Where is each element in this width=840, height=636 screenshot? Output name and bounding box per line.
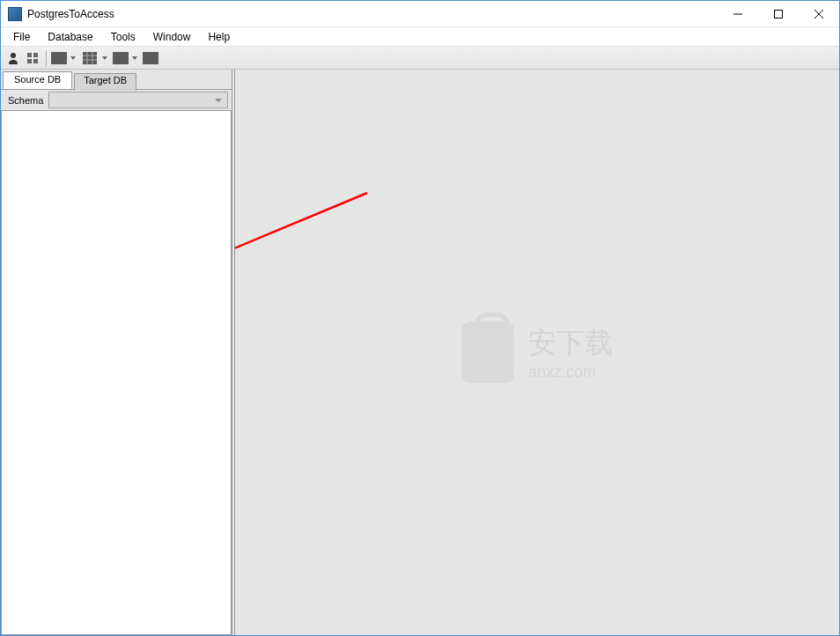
toolbar-btn-4[interactable] (81, 49, 99, 67)
svg-rect-5 (27, 53, 32, 57)
maximize-button[interactable] (758, 1, 799, 26)
toolbar-btn-2[interactable] (24, 49, 41, 67)
toolbar (1, 47, 839, 70)
panel-tabs: Source DB Target DB (1, 70, 232, 89)
main-area: 安下载 anxz.com (235, 70, 839, 635)
watermark-text: 安下载 (528, 324, 613, 363)
toolbar-separator (46, 50, 47, 66)
grid-icon (26, 51, 40, 65)
tab-source-db[interactable]: Source DB (3, 71, 72, 89)
toolbar-btn-5[interactable] (113, 52, 129, 64)
maximize-icon (774, 10, 783, 18)
left-panel: Source DB Target DB Schema (1, 70, 232, 635)
toolbar-btn-6[interactable] (143, 52, 158, 64)
menu-file[interactable]: File (4, 29, 39, 45)
minimize-button[interactable] (718, 1, 758, 26)
svg-rect-6 (33, 53, 38, 57)
menubar: File Database Tools Window Help (1, 27, 839, 47)
chevron-down-icon[interactable] (102, 56, 107, 60)
svg-point-4 (11, 53, 16, 58)
close-button[interactable] (799, 1, 839, 26)
minimize-icon (733, 10, 742, 18)
watermark-text-block: 安下载 anxz.com (528, 324, 613, 381)
lock-icon (461, 322, 514, 383)
app-icon (8, 7, 22, 21)
object-tree[interactable] (1, 110, 232, 635)
menu-tools[interactable]: Tools (102, 29, 144, 45)
toolbar-btn-1[interactable] (4, 49, 22, 67)
chevron-down-icon[interactable] (132, 56, 137, 60)
schema-row: Schema (1, 89, 232, 110)
titlebar: PostgresToAccess (1, 1, 839, 27)
svg-line-15 (235, 193, 367, 259)
person-icon (6, 51, 20, 65)
watermark: 安下载 anxz.com (461, 322, 613, 383)
body-area: Source DB Target DB Schema 安下载 anxz.com (1, 70, 839, 635)
menu-database[interactable]: Database (39, 29, 101, 45)
window-title: PostgresToAccess (27, 8, 718, 20)
table-icon (83, 52, 97, 64)
window-controls (718, 1, 839, 26)
schema-select[interactable] (48, 92, 228, 108)
app-window: PostgresToAccess File Database Tools Win… (0, 0, 840, 636)
toolbar-btn-3[interactable] (51, 52, 67, 64)
svg-rect-7 (27, 59, 32, 63)
svg-rect-8 (33, 59, 38, 63)
watermark-subtext: anxz.com (528, 363, 613, 381)
schema-label: Schema (8, 95, 43, 106)
menu-help[interactable]: Help (199, 29, 239, 45)
svg-rect-1 (775, 10, 783, 18)
close-icon (814, 10, 823, 18)
svg-rect-9 (83, 52, 97, 64)
tab-target-db[interactable]: Target DB (74, 73, 136, 91)
menu-window[interactable]: Window (144, 29, 200, 45)
chevron-down-icon[interactable] (70, 56, 76, 60)
